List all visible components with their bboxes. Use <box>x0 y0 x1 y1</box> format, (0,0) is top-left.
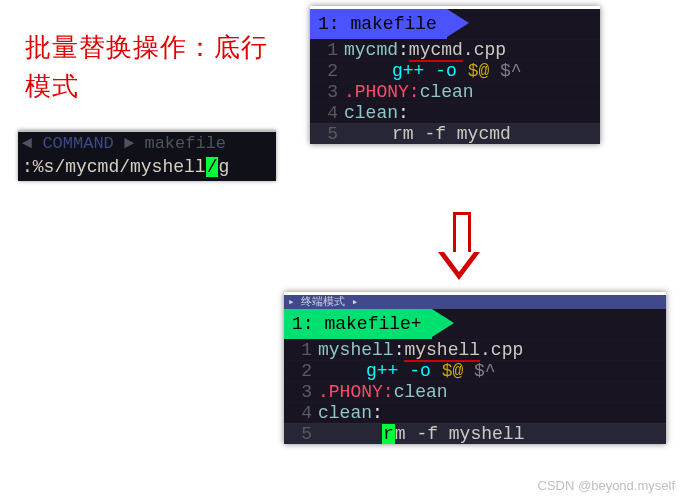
cmd-suffix: g <box>218 157 229 177</box>
gutter: 3 <box>284 382 318 402</box>
tab-name: makefile <box>350 14 436 34</box>
editor-after: ▸ 终端模式 ▸ 1: makefile+ 1myshell:myshell.c… <box>284 292 666 444</box>
code-line: 1mycmd:mycmd.cpp <box>310 39 600 60</box>
dep-underlined: mycmd <box>409 40 463 60</box>
gutter: 4 <box>284 403 318 423</box>
vim-command-line[interactable]: :%s/mycmd/myshell/g <box>18 155 276 181</box>
caption-line2: 模式 <box>25 71 79 101</box>
tab-index: 1: <box>292 314 314 334</box>
code-line: 3.PHONY:clean <box>284 381 666 402</box>
code-line: 1myshell:myshell.cpp <box>284 339 666 360</box>
cmd-cursor: / <box>206 157 219 177</box>
tab-index: 1: <box>318 14 340 34</box>
gutter: 5 <box>310 124 344 144</box>
code-line: 4clean: <box>284 402 666 423</box>
dep-underlined: myshell <box>404 340 480 360</box>
status-row-mode: ◄ COMMAND ► makefile <box>18 130 276 155</box>
tab-name: makefile+ <box>324 314 421 334</box>
tab-bar: 1: makefile+ <box>284 309 666 339</box>
watermark: CSDN @beyond.myself <box>538 478 675 493</box>
vim-mode: COMMAND <box>42 134 113 153</box>
caption: 批量替换操作：底行 模式 <box>25 28 268 106</box>
top-strip: ▸ 终端模式 ▸ <box>284 295 666 309</box>
target: myshell <box>318 340 394 360</box>
gutter: 1 <box>284 340 318 360</box>
gutter: 4 <box>310 103 344 123</box>
cmd-prefix: :%s/mycmd/myshell <box>22 157 206 177</box>
gutter: 3 <box>310 82 344 102</box>
gutter: 5 <box>284 424 318 444</box>
tab-bar: 1: makefile <box>310 9 600 39</box>
code-line: 2g++ -o $@ $^ <box>284 360 666 381</box>
tab-makefile-mod[interactable]: 1: makefile+ <box>284 309 432 339</box>
status-sep: ► <box>124 134 144 153</box>
status-file: makefile <box>144 134 226 153</box>
gutter: 2 <box>310 61 344 81</box>
code-line: 5rm -f myshell <box>284 423 666 444</box>
caption-line1: 批量替换操作：底行 <box>25 32 268 62</box>
tab-makefile[interactable]: 1: makefile <box>310 9 447 39</box>
code-line: 4clean: <box>310 102 600 123</box>
target: mycmd <box>344 40 398 60</box>
cursor: r <box>382 424 395 444</box>
gutter: 2 <box>284 361 318 381</box>
gutter: 1 <box>310 40 344 60</box>
editor-before: 1: makefile 1mycmd:mycmd.cpp 2g++ -o $@ … <box>310 6 600 144</box>
status-leading: ◄ <box>22 134 42 153</box>
code-line: 2g++ -o $@ $^ <box>310 60 600 81</box>
code-line: 3.PHONY:clean <box>310 81 600 102</box>
vim-status-bar: ◄ COMMAND ► makefile :%s/mycmd/myshell/g <box>18 130 276 181</box>
code-line: 5rm -f mycmd <box>310 123 600 144</box>
arrow-down-icon <box>438 212 480 282</box>
